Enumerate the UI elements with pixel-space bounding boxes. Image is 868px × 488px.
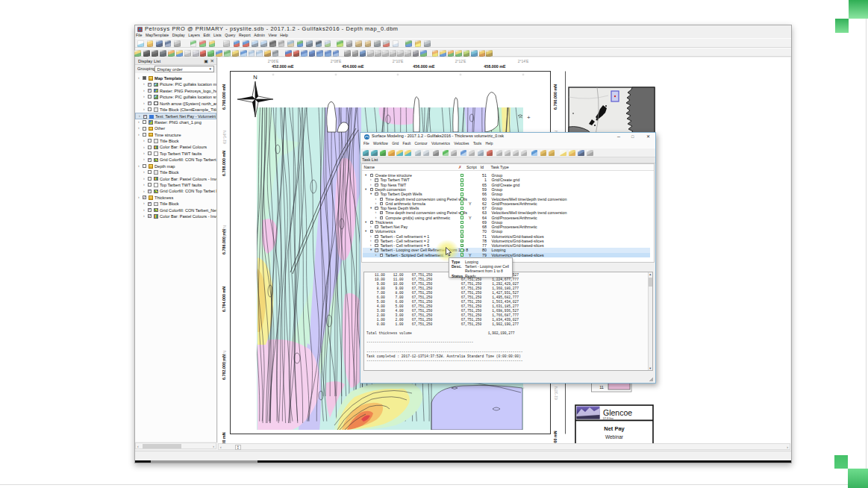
svg-text:454.000 mE: 454.000 mE xyxy=(342,64,364,69)
svg-text:2°10'E: 2°10'E xyxy=(393,59,404,63)
svg-text:6.790.000 mN: 6.790.000 mN xyxy=(553,84,558,110)
svg-text:61°14'N: 61°14'N xyxy=(222,131,227,144)
svg-text:452.000 mE: 452.000 mE xyxy=(272,64,294,69)
svg-text:61°10'N: 61°10'N xyxy=(222,351,227,364)
svg-text:61°10'N: 61°10'N xyxy=(554,387,558,400)
svg-text:DT-8 Geo: DT-8 Geo xyxy=(603,417,613,420)
svg-text:6.790.000 mN: 6.790.000 mN xyxy=(222,84,226,110)
svg-text:000 mN: 000 mN xyxy=(222,432,226,443)
svg-text:Glencoe: Glencoe xyxy=(603,408,632,417)
svg-text:6.784.000 mN: 6.784.000 mN xyxy=(222,287,226,312)
svg-text:11: 11 xyxy=(599,385,604,390)
svg-text:458.000 mE: 458.000 mE xyxy=(484,64,506,69)
svg-text:000 mN: 000 mN xyxy=(553,431,558,443)
svg-text:61°12'N: 61°12'N xyxy=(222,225,227,239)
svg-text:2°12'E: 2°12'E xyxy=(455,59,466,63)
svg-text:2°06'E: 2°06'E xyxy=(268,59,279,63)
svg-text:2°14'E: 2°14'E xyxy=(518,59,529,63)
svg-text:6.788.000 mN: 6.788.000 mN xyxy=(222,151,226,176)
svg-text:+: + xyxy=(527,114,531,121)
svg-text:456.000 mE: 456.000 mE xyxy=(413,64,435,69)
svg-text:Webinar: Webinar xyxy=(605,434,624,439)
svg-text:2°08'E: 2°08'E xyxy=(331,59,342,63)
svg-text:N: N xyxy=(253,74,257,81)
svg-text:Net Pay: Net Pay xyxy=(604,425,625,432)
